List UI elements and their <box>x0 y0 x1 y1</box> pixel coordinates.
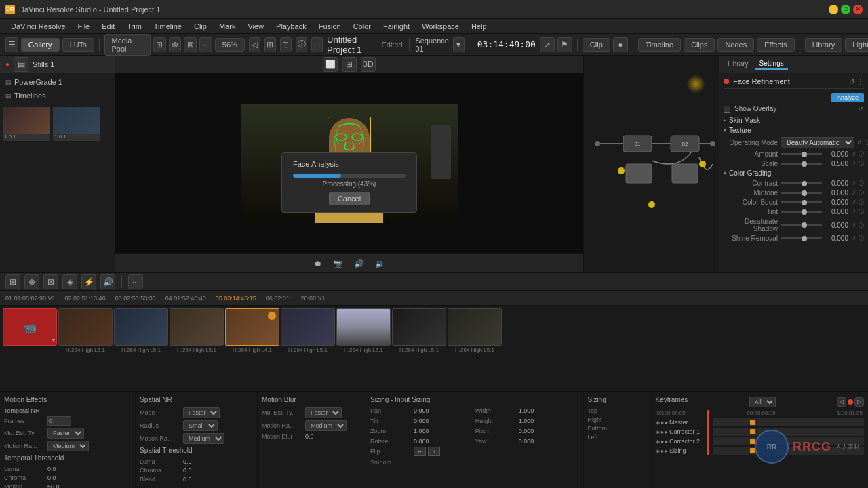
menu-help[interactable]: Help <box>466 21 492 32</box>
menu-trim[interactable]: Trim <box>121 21 147 32</box>
menu-davinci[interactable]: DaVinci Resolve <box>5 21 71 32</box>
viewer-zoom-fit-icon[interactable]: ⊠ <box>184 37 197 52</box>
reset-icon-1[interactable]: ↺ <box>857 140 862 146</box>
safe-zone-icon[interactable]: ⬜ <box>323 57 338 72</box>
speaker-icon[interactable]: 🔊 <box>351 258 367 270</box>
tint-slider[interactable] <box>781 211 822 213</box>
flip-v-btn[interactable]: ↕ <box>428 447 440 456</box>
menu-workspace[interactable]: Workspace <box>416 21 465 32</box>
overlay-icon[interactable]: ⊞ <box>342 57 357 72</box>
seq-more-icon[interactable]: ··· <box>311 37 323 52</box>
info-cg-5[interactable]: ⓘ <box>859 222 864 229</box>
timeline-view-icon[interactable]: ⊞ <box>5 274 20 289</box>
kf-prev-icon[interactable]: ◁ <box>837 397 846 407</box>
clip-thumb-1[interactable]: 📹 7 <box>3 308 57 346</box>
menu-file[interactable]: File <box>73 21 96 32</box>
clip-thumb-8[interactable] <box>392 308 446 346</box>
amount-slider[interactable] <box>781 153 822 155</box>
menu-view[interactable]: View <box>242 21 269 32</box>
info-cg-3[interactable]: ⓘ <box>859 199 864 206</box>
flag-icon[interactable]: ⚑ <box>557 37 572 52</box>
mo-est-mb-select[interactable]: Faster <box>305 407 342 418</box>
color-boost-slider[interactable] <box>781 201 822 203</box>
motion-ra-sp-select[interactable]: Medium <box>183 433 224 444</box>
reset-cg-4[interactable]: ↺ <box>851 209 856 215</box>
contrast-slider[interactable] <box>781 182 822 184</box>
tab-nodes[interactable]: Nodes <box>717 38 754 52</box>
info-cg-2[interactable]: ⓘ <box>859 189 864 197</box>
seq-dropdown-icon[interactable]: ▾ <box>453 37 465 52</box>
reset-cg-6[interactable]: ↺ <box>851 235 856 241</box>
timeline-more-icon[interactable]: ··· <box>128 274 143 289</box>
tab-luts[interactable]: LUTs <box>62 38 94 52</box>
nav-left-icon[interactable]: ◁ <box>249 37 260 52</box>
minimize-btn[interactable]: ─ <box>829 5 838 14</box>
tab-timeline[interactable]: Timeline <box>638 38 681 52</box>
radius-select[interactable]: Small <box>183 420 218 431</box>
kf-next-icon[interactable]: ▷ <box>854 397 864 407</box>
info-cg-4[interactable]: ⓘ <box>859 208 864 216</box>
seq-grid-icon[interactable]: ⊞ <box>264 37 276 52</box>
mode-select[interactable]: Faster <box>183 407 220 418</box>
desat-slider[interactable] <box>781 224 822 226</box>
clip-thumb-6[interactable] <box>281 308 335 346</box>
midtone-slider[interactable] <box>781 192 822 194</box>
zoom-level[interactable]: 56% <box>215 38 245 52</box>
shine-slider[interactable] <box>781 237 822 239</box>
panel-toggle-icon[interactable]: ☰ <box>5 37 18 52</box>
gallery-item-timelines[interactable]: ▤ Timelines <box>3 89 112 102</box>
menu-fusion[interactable]: Fusion <box>313 21 347 32</box>
menu-mark[interactable]: Mark <box>214 21 241 32</box>
show-overlay-checkbox[interactable] <box>724 106 730 113</box>
texture-header[interactable]: ▾ Texture <box>724 127 864 134</box>
still-thumb-1[interactable]: 1.5.1 <box>3 107 50 141</box>
camera-icon[interactable]: 📷 <box>330 258 346 270</box>
tab-library[interactable]: Library <box>805 38 843 52</box>
info-icon-3[interactable]: ⓘ <box>859 160 864 167</box>
timeline-speed-icon[interactable]: ⚡ <box>81 274 96 289</box>
tab-media-pool[interactable]: Media Pool <box>104 34 151 56</box>
timeline-marker-icon[interactable]: ◈ <box>62 274 77 289</box>
seq-info-icon[interactable]: ⓘ <box>296 37 307 52</box>
gallery-icon[interactable]: ▤ <box>14 57 28 72</box>
timeline-fit-icon[interactable]: ⊠ <box>43 274 58 289</box>
timeline-audio-icon[interactable]: 🔊 <box>100 274 115 289</box>
clip-thumb-9[interactable] <box>448 308 502 346</box>
gallery-item-powergrade[interactable]: ▤ PowerGrade 1 <box>3 76 112 88</box>
menu-timeline[interactable]: Timeline <box>149 21 187 32</box>
reset-cg-1[interactable]: ↺ <box>851 180 856 186</box>
master-kf[interactable] <box>750 420 755 425</box>
color-grading-header[interactable]: ▾ Color Grading <box>724 169 864 177</box>
tab-gallery[interactable]: Gallery <box>21 38 60 52</box>
clip-more-icon[interactable]: ● <box>613 37 628 52</box>
menu-color[interactable]: Color <box>348 21 376 32</box>
mo-est-select[interactable]: Faster <box>47 428 84 439</box>
reset-cg-3[interactable]: ↺ <box>851 199 856 205</box>
operating-mode-select[interactable]: Beauty Automatic <box>781 137 854 148</box>
rp-tab-library[interactable]: Library <box>724 59 753 69</box>
flip-h-btn[interactable]: ↔ <box>414 447 426 456</box>
cancel-button[interactable]: Cancel <box>329 192 370 205</box>
menu-clip[interactable]: Clip <box>189 21 212 32</box>
info-icon-2[interactable]: ⓘ <box>859 150 864 158</box>
maximize-btn[interactable]: □ <box>841 5 850 14</box>
clip-mode-btn[interactable]: Clip <box>583 38 610 52</box>
tab-effects[interactable]: Effects <box>757 38 794 52</box>
menu-playback[interactable]: Playback <box>271 21 312 32</box>
clip-thumb-4[interactable] <box>170 308 224 346</box>
rp-tab-settings[interactable]: Settings <box>755 58 788 70</box>
keyframes-all-select[interactable]: All <box>749 396 776 407</box>
skin-mask-header[interactable]: ▸ Skin Mask <box>724 117 864 124</box>
still-thumb-2[interactable]: 1.6.1 <box>53 107 100 141</box>
clip-thumb-7[interactable] <box>336 308 391 346</box>
reset-icon-3[interactable]: ↺ <box>851 161 856 167</box>
fr-reset-icon[interactable]: ↺ <box>849 78 854 85</box>
viewer-grid-icon[interactable]: ⊞ <box>153 37 166 52</box>
seq-match-icon[interactable]: ⊡ <box>280 37 292 52</box>
3d-icon[interactable]: 3D <box>361 57 376 72</box>
window-controls[interactable]: ─ □ ✕ <box>829 5 863 14</box>
reset-icon-2[interactable]: ↺ <box>851 151 856 157</box>
arrow-tool-icon[interactable]: ↗ <box>540 37 555 52</box>
fr-more-icon[interactable]: ⋮ <box>857 78 864 85</box>
clip-thumb-5[interactable] <box>225 308 279 346</box>
